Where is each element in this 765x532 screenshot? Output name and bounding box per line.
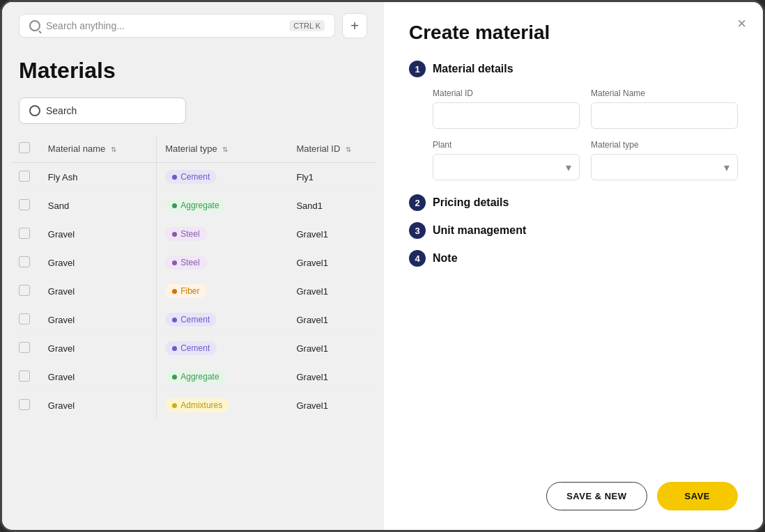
section-pricing-details[interactable]: 2 Pricing details	[409, 194, 738, 211]
search-icon	[29, 20, 40, 31]
cell-material-type: Cement	[157, 163, 288, 191]
field-plant: Plant	[433, 140, 580, 180]
cell-material-type: Cement	[157, 306, 288, 334]
table-row[interactable]: SandAggregateSand1	[10, 191, 376, 220]
table-body: Fly AshCementFly1SandAggregateSand1Grave…	[10, 163, 376, 420]
row-checkbox-3[interactable]	[19, 256, 30, 267]
badge-dot	[172, 203, 177, 208]
type-badge: Steel	[165, 256, 206, 269]
table-row[interactable]: GravelSteelGravel1	[10, 220, 376, 249]
header-material-id[interactable]: Material ID ⇅	[288, 135, 376, 163]
cell-material-name: Gravel	[40, 363, 156, 391]
cell-material-type: Cement	[157, 334, 288, 363]
cell-material-name: Fly Ash	[40, 163, 156, 191]
type-badge: Cement	[165, 170, 217, 184]
table-row[interactable]: GravelCementGravel1	[10, 334, 376, 363]
search-input-box[interactable]: Search	[19, 97, 186, 124]
section-4-title: Note	[433, 252, 458, 265]
cell-material-id: Gravel1	[288, 277, 376, 306]
shortcut-badge: CTRL K	[289, 20, 325, 31]
save-new-button[interactable]: SAVE & NEW	[546, 482, 647, 510]
cell-material-id: Sand1	[288, 191, 376, 220]
type-badge: Aggregate	[165, 198, 226, 212]
select-plant[interactable]	[433, 154, 580, 180]
right-panel: × Create material 1 Material details Mat…	[384, 2, 763, 530]
app-container: Search anything... CTRL K + Materials Se…	[2, 2, 763, 530]
row-checkbox-5[interactable]	[19, 313, 30, 324]
section-note[interactable]: 4 Note	[409, 250, 738, 267]
badge-dot	[172, 289, 177, 294]
global-search-placeholder: Search anything...	[46, 20, 125, 31]
table-header-row: Material name ⇅ Material type ⇅ Material…	[10, 135, 376, 163]
form-footer: SAVE & NEW SAVE	[409, 460, 738, 510]
add-button[interactable]: +	[342, 13, 367, 38]
close-button[interactable]: ×	[737, 16, 746, 31]
section-2-title: Pricing details	[433, 196, 509, 209]
badge-dot	[172, 260, 177, 265]
label-material-id: Material ID	[433, 88, 580, 98]
header-material-name[interactable]: Material name ⇅	[40, 135, 156, 163]
cell-material-name: Gravel	[40, 391, 156, 420]
table-row[interactable]: GravelAggregateGravel1	[10, 363, 376, 391]
table-row[interactable]: GravelSteelGravel1	[10, 249, 376, 277]
row-checkbox-7[interactable]	[19, 370, 30, 382]
input-material-name[interactable]	[591, 102, 738, 129]
type-badge: Cement	[165, 341, 217, 355]
left-panel: Search anything... CTRL K + Materials Se…	[2, 2, 384, 530]
cell-material-type: Steel	[157, 220, 288, 249]
badge-dot	[172, 232, 177, 237]
section-4-number: 4	[409, 250, 426, 267]
search-circle-icon	[29, 105, 40, 116]
header-checkbox-col	[10, 135, 40, 163]
header-material-type[interactable]: Material type ⇅	[157, 135, 288, 163]
cell-material-id: Gravel1	[288, 249, 376, 277]
row-checkbox-4[interactable]	[19, 285, 30, 296]
select-material-type[interactable]	[591, 154, 738, 180]
section-material-details: 1 Material details Material ID Material …	[409, 61, 738, 180]
field-material-type: Material type	[591, 140, 738, 180]
form-title: Create material	[409, 22, 738, 44]
field-material-name: Material Name	[591, 88, 738, 129]
section-1-title: Material details	[433, 63, 513, 75]
badge-dot	[172, 403, 177, 408]
cell-material-name: Gravel	[40, 306, 156, 334]
row-checkbox-1[interactable]	[19, 199, 30, 210]
section-unit-management[interactable]: 3 Unit management	[409, 222, 738, 239]
search-input-wrapper: Search	[2, 97, 384, 135]
table-row[interactable]: GravelCementGravel1	[10, 306, 376, 334]
cell-material-id: Gravel1	[288, 220, 376, 249]
section-1-header: 1 Material details	[409, 61, 738, 77]
row-checkbox-8[interactable]	[19, 399, 30, 410]
type-badge: Aggregate	[165, 370, 226, 384]
sort-icon-name: ⇅	[111, 146, 116, 153]
field-material-id: Material ID	[433, 88, 580, 129]
table-row[interactable]: GravelFiberGravel1	[10, 277, 376, 306]
top-bar: Search anything... CTRL K +	[2, 2, 384, 49]
input-material-id[interactable]	[433, 102, 580, 129]
cell-material-name: Gravel	[40, 334, 156, 363]
plant-select-wrapper	[433, 154, 580, 180]
header-checkbox[interactable]	[19, 142, 30, 153]
material-type-select-wrapper	[591, 154, 738, 180]
cell-material-type: Admixtures	[157, 391, 288, 420]
sort-icon-id: ⇅	[346, 146, 351, 153]
cell-material-name: Gravel	[40, 277, 156, 306]
table-row[interactable]: GravelAdmixturesGravel1	[10, 391, 376, 420]
cell-material-type: Aggregate	[157, 363, 288, 391]
save-button[interactable]: SAVE	[657, 482, 738, 510]
label-material-name: Material Name	[591, 88, 738, 98]
cell-material-type: Aggregate	[157, 191, 288, 220]
cell-material-id: Gravel1	[288, 306, 376, 334]
table-row[interactable]: Fly AshCementFly1	[10, 163, 376, 191]
cell-material-name: Gravel	[40, 220, 156, 249]
section-2-number: 2	[409, 194, 426, 211]
row-checkbox-2[interactable]	[19, 228, 30, 239]
cell-material-name: Sand	[40, 191, 156, 220]
materials-table: Material name ⇅ Material type ⇅ Material…	[10, 135, 376, 420]
row-checkbox-0[interactable]	[19, 171, 30, 182]
row-checkbox-6[interactable]	[19, 342, 30, 353]
type-badge: Admixtures	[165, 398, 229, 412]
global-search-bar[interactable]: Search anything... CTRL K	[19, 14, 335, 38]
section-1-number: 1	[409, 61, 426, 77]
cell-material-name: Gravel	[40, 249, 156, 277]
